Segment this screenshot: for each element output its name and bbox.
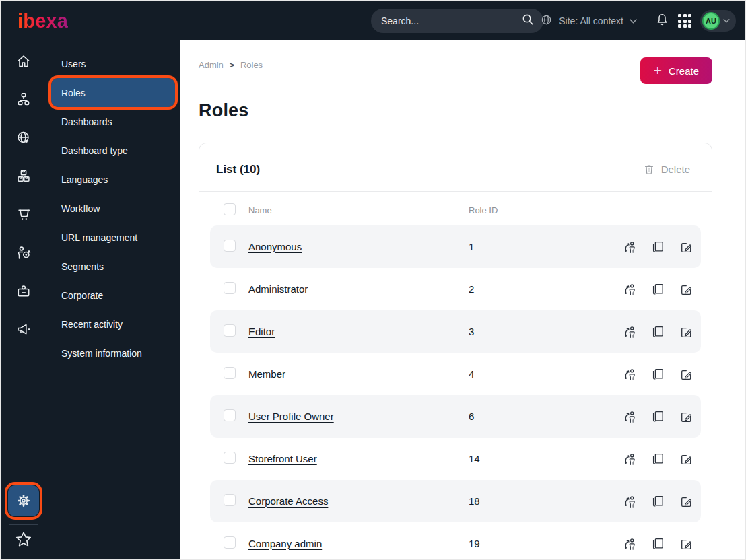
- nav-campaigns[interactable]: [15, 321, 32, 337]
- assign-user-button[interactable]: [623, 537, 636, 551]
- assign-user-button[interactable]: [623, 452, 636, 466]
- nav-personalization[interactable]: [15, 244, 32, 260]
- sidebar-item-users[interactable]: Users: [46, 49, 180, 78]
- table-row: User Profile Owner6: [210, 395, 701, 438]
- sidebar-item-segments[interactable]: Segments: [46, 252, 180, 281]
- edit-icon: [679, 240, 693, 254]
- copy-button[interactable]: [651, 240, 665, 254]
- row-checkbox[interactable]: [224, 452, 236, 464]
- global-search[interactable]: [371, 9, 543, 33]
- edit-button[interactable]: [679, 240, 693, 254]
- copy-button[interactable]: [651, 495, 665, 508]
- create-button[interactable]: + Create: [640, 57, 712, 84]
- sidebar-item-label: Workflow: [61, 203, 100, 214]
- breadcrumb-admin[interactable]: Admin: [199, 60, 224, 70]
- notifications-button[interactable]: [655, 13, 669, 30]
- edit-button[interactable]: [679, 368, 693, 381]
- edit-button[interactable]: [679, 410, 693, 423]
- sidebar-item-label: Dashboard type: [61, 145, 128, 156]
- search-input[interactable]: [380, 15, 521, 27]
- role-name-link[interactable]: Company admin: [248, 538, 322, 549]
- assign-user-button[interactable]: [623, 240, 636, 254]
- avatar: AU: [702, 12, 720, 30]
- sidebar-item-roles[interactable]: Roles: [51, 78, 175, 107]
- sidebar-item-dashboard-type[interactable]: Dashboard type: [46, 136, 180, 165]
- edit-button[interactable]: [679, 537, 693, 551]
- admin-menu: UsersRolesDashboardsDashboard typeLangua…: [46, 40, 180, 559]
- topbar-divider: [646, 13, 646, 29]
- delete-button[interactable]: Delete: [639, 162, 694, 176]
- row-checkbox[interactable]: [224, 240, 236, 252]
- edit-icon: [679, 368, 693, 381]
- breadcrumb: Admin > Roles: [199, 60, 263, 70]
- card-divider: [199, 191, 712, 192]
- copy-button[interactable]: [651, 368, 665, 381]
- role-name-link[interactable]: Member: [248, 368, 285, 380]
- copy-icon: [651, 452, 665, 466]
- assign-user-button[interactable]: [623, 410, 636, 423]
- nav-site[interactable]: [15, 129, 32, 145]
- copy-button[interactable]: [651, 452, 665, 466]
- person-target-icon: [15, 244, 32, 261]
- row-checkbox[interactable]: [224, 536, 236, 549]
- assign-user-button[interactable]: [623, 325, 636, 339]
- nav-content-tree[interactable]: [15, 91, 32, 107]
- role-name-link[interactable]: Corporate Access: [248, 495, 328, 507]
- edit-button[interactable]: [679, 325, 693, 339]
- table-row: Anonymous1: [210, 225, 701, 268]
- select-all-checkbox[interactable]: [224, 203, 236, 215]
- sidebar-item-dashboards[interactable]: Dashboards: [46, 107, 180, 136]
- sidebar-item-label: Users: [61, 59, 86, 69]
- edit-button[interactable]: [679, 495, 693, 508]
- edit-icon: [679, 537, 693, 551]
- nav-settings[interactable]: [8, 485, 39, 516]
- role-name-link[interactable]: Storefront User: [248, 453, 317, 464]
- sidebar-item-system-information[interactable]: System information: [46, 339, 180, 368]
- sidebar-item-recent-activity[interactable]: Recent activity: [46, 310, 180, 339]
- row-checkbox[interactable]: [224, 324, 236, 337]
- site-context-selector[interactable]: Site: All context: [540, 13, 637, 28]
- row-checkbox[interactable]: [224, 494, 236, 506]
- sidebar-item-label: Dashboards: [61, 116, 112, 127]
- roles-list-card: List (10) Delete Name Role ID: [199, 143, 712, 559]
- sidebar-item-label: Segments: [61, 261, 104, 272]
- copy-button[interactable]: [651, 283, 665, 296]
- sidebar-item-label: Recent activity: [61, 319, 123, 330]
- sidebar-item-url-management[interactable]: URL management: [46, 223, 180, 252]
- edit-button[interactable]: [679, 452, 693, 466]
- sidebar-item-label: Corporate: [61, 290, 103, 301]
- assign-user-button[interactable]: [623, 495, 636, 508]
- nav-bookmarks[interactable]: [15, 531, 32, 551]
- column-header-role-id: Role ID: [469, 205, 693, 215]
- row-checkbox[interactable]: [224, 409, 236, 421]
- role-name-link[interactable]: Editor: [248, 326, 275, 337]
- sidebar-item-languages[interactable]: Languages: [46, 165, 180, 194]
- role-name-link[interactable]: Anonymous: [248, 241, 302, 252]
- nav-home[interactable]: [15, 53, 32, 69]
- nav-commerce[interactable]: [15, 206, 32, 222]
- assign-user-button[interactable]: [623, 368, 636, 381]
- copy-button[interactable]: [651, 410, 665, 423]
- copy-button[interactable]: [651, 537, 665, 551]
- assign-user-button[interactable]: [623, 283, 636, 296]
- copy-button[interactable]: [651, 325, 665, 339]
- role-name-link[interactable]: User Profile Owner: [248, 411, 334, 422]
- edit-button[interactable]: [679, 283, 693, 296]
- bell-icon: [655, 13, 669, 27]
- nav-products[interactable]: [15, 168, 32, 184]
- create-button-label: Create: [669, 65, 699, 77]
- nav-corporate[interactable]: [15, 283, 32, 299]
- plus-icon: +: [654, 63, 662, 77]
- copy-icon: [651, 368, 665, 381]
- sidebar-item-corporate[interactable]: Corporate: [46, 281, 180, 310]
- megaphone-icon: [15, 321, 32, 338]
- apps-grid-button[interactable]: [678, 14, 691, 28]
- edit-icon: [679, 495, 693, 508]
- role-name-link[interactable]: Administrator: [248, 283, 308, 295]
- user-menu[interactable]: AU: [700, 10, 736, 32]
- assign-user-icon: [623, 283, 636, 296]
- row-checkbox[interactable]: [224, 367, 236, 379]
- sidebar-item-workflow[interactable]: Workflow: [46, 194, 180, 223]
- row-checkbox[interactable]: [224, 282, 236, 294]
- breadcrumb-separator: >: [230, 61, 234, 70]
